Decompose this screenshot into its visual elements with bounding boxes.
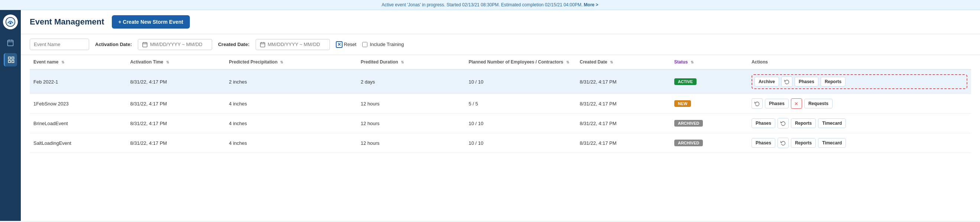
- event-name-input[interactable]: [30, 39, 89, 50]
- created-date-input[interactable]: [268, 41, 320, 47]
- sort-icon-employees: ⇅: [566, 60, 569, 64]
- cell-created-date: 8/31/22, 4:17 PM: [576, 133, 671, 153]
- cell-created-date: 8/31/22, 4:17 PM: [576, 114, 671, 133]
- created-date-label: Created Date:: [218, 41, 250, 47]
- calendar-icon: [142, 41, 148, 48]
- events-table-container: Event name ⇅ Activation Time ⇅ Predicted…: [21, 55, 980, 221]
- col-planned-employees[interactable]: Planned Number of Employees / Contractor…: [465, 55, 576, 70]
- page-header: Event Management + Create New Storm Even…: [21, 10, 980, 34]
- cell-planned-employees: 10 / 10: [465, 70, 576, 94]
- reports-button[interactable]: Reports: [791, 119, 816, 128]
- include-training-label[interactable]: Include Training: [370, 41, 404, 47]
- create-storm-event-button[interactable]: + Create New Storm Event: [112, 15, 190, 29]
- table-row: SaltLoadingEvent 8/31/22, 4:17 PM 4 inch…: [30, 133, 971, 153]
- reports-button[interactable]: Reports: [821, 77, 846, 87]
- svg-rect-9: [11, 60, 14, 63]
- cell-event-name: SaltLoadingEvent: [30, 133, 126, 153]
- phases-button[interactable]: Phases: [751, 119, 775, 128]
- status-badge: ARCHIVED: [674, 140, 703, 146]
- svg-rect-7: [11, 57, 14, 59]
- reset-button[interactable]: ✕ Reset: [336, 41, 356, 48]
- cell-actions: Phases✕Requests: [748, 94, 971, 114]
- top-banner: Active event 'Jonas' in progress. Starte…: [0, 0, 980, 10]
- phases-button[interactable]: Phases: [765, 99, 789, 108]
- cell-activation-time: 8/31/22, 4:17 PM: [126, 133, 225, 153]
- include-training-wrap: Include Training: [362, 41, 404, 47]
- cell-predicted-duration: 12 hours: [357, 133, 465, 153]
- status-badge: ACTIVE: [674, 78, 697, 85]
- history-button[interactable]: [778, 118, 789, 128]
- cell-created-date: 8/31/22, 4:17 PM: [576, 70, 671, 94]
- history-button[interactable]: [778, 138, 789, 148]
- col-activation-time[interactable]: Activation Time ⇅: [126, 55, 225, 70]
- table-header-row: Event name ⇅ Activation Time ⇅ Predicted…: [30, 55, 971, 70]
- status-badge: ARCHIVED: [674, 120, 703, 127]
- cell-event-name: 1FebSnow 2023: [30, 94, 126, 114]
- sort-icon-created: ⇅: [610, 60, 613, 64]
- table-row: Feb 2022-1 8/31/22, 4:17 PM 2 inches 2 d…: [30, 70, 971, 94]
- cell-predicted-precipitation: 4 inches: [225, 133, 357, 153]
- include-training-checkbox[interactable]: [362, 42, 368, 47]
- actions-highlighted-wrap: Archive PhasesReports: [751, 74, 967, 89]
- history-button[interactable]: [781, 76, 792, 87]
- sidebar-item-calendar[interactable]: [4, 36, 17, 49]
- history-button[interactable]: [751, 98, 763, 109]
- requests-button[interactable]: Requests: [804, 99, 832, 108]
- cell-actions: Archive PhasesReports: [748, 70, 971, 94]
- cell-activation-time: 8/31/22, 4:17 PM: [126, 70, 225, 94]
- svg-point-1: [9, 22, 11, 24]
- timecard-button[interactable]: Timecard: [818, 138, 846, 148]
- phases-button[interactable]: Phases: [751, 138, 775, 148]
- cell-event-name: BrineLoadEvent: [30, 114, 126, 133]
- col-status[interactable]: Status ⇅: [671, 55, 748, 70]
- sort-icon-activation: ⇅: [166, 60, 169, 64]
- cancel-button[interactable]: ✕: [791, 98, 802, 109]
- sort-icon-precipitation: ⇅: [280, 60, 283, 64]
- activation-date-picker[interactable]: [138, 39, 212, 50]
- reset-icon: ✕: [336, 41, 342, 48]
- svg-rect-14: [261, 42, 265, 47]
- cell-predicted-precipitation: 2 inches: [225, 70, 357, 94]
- col-event-name[interactable]: Event name ⇅: [30, 55, 126, 70]
- reports-button[interactable]: Reports: [791, 138, 816, 148]
- cell-event-name: Feb 2022-1: [30, 70, 126, 94]
- activation-date-input[interactable]: [150, 41, 202, 47]
- app-logo: [3, 14, 18, 29]
- table-row: 1FebSnow 2023 8/31/22, 4:17 PM 4 inches …: [30, 94, 971, 114]
- sort-icon-status: ⇅: [690, 60, 694, 64]
- cell-predicted-precipitation: 4 inches: [225, 114, 357, 133]
- cell-actions: Phases ReportsTimecard: [748, 133, 971, 153]
- col-actions: Actions: [748, 55, 971, 70]
- actions-cell: Phases ReportsTimecard: [751, 138, 967, 148]
- col-created-date[interactable]: Created Date ⇅: [576, 55, 671, 70]
- table-row: BrineLoadEvent 8/31/22, 4:17 PM 4 inches…: [30, 114, 971, 133]
- actions-cell: Phases ReportsTimecard: [751, 118, 967, 128]
- col-predicted-precipitation[interactable]: Predicted Precipitation ⇅: [225, 55, 357, 70]
- events-table: Event name ⇅ Activation Time ⇅ Predicted…: [30, 55, 971, 153]
- sidebar-item-grid[interactable]: [4, 53, 17, 67]
- cell-created-date: 8/31/22, 4:17 PM: [576, 94, 671, 114]
- cell-status: ARCHIVED: [671, 114, 748, 133]
- status-badge: NEW: [674, 100, 691, 107]
- cell-predicted-duration: 2 days: [357, 70, 465, 94]
- svg-rect-6: [8, 57, 10, 59]
- created-date-picker[interactable]: [256, 39, 330, 50]
- page-title: Event Management: [30, 17, 104, 27]
- cell-actions: Phases ReportsTimecard: [748, 114, 971, 133]
- banner-text: Active event 'Jonas' in progress. Starte…: [382, 2, 582, 8]
- archive-button[interactable]: Archive: [754, 77, 779, 87]
- cell-activation-time: 8/31/22, 4:17 PM: [126, 114, 225, 133]
- banner-more-link[interactable]: More >: [584, 2, 598, 8]
- sort-icon-duration: ⇅: [401, 60, 404, 64]
- cell-activation-time: 8/31/22, 4:17 PM: [126, 94, 225, 114]
- cell-predicted-precipitation: 4 inches: [225, 94, 357, 114]
- sidebar: [0, 10, 21, 221]
- col-predicted-duration[interactable]: Predited Duration ⇅: [357, 55, 465, 70]
- phases-button[interactable]: Phases: [795, 77, 818, 87]
- activation-date-label: Activation Date:: [95, 41, 132, 47]
- timecard-button[interactable]: Timecard: [818, 119, 846, 128]
- svg-point-0: [6, 17, 15, 27]
- main-content: Event Management + Create New Storm Even…: [21, 10, 980, 221]
- cell-status: ARCHIVED: [671, 133, 748, 153]
- cell-status: ACTIVE: [671, 70, 748, 94]
